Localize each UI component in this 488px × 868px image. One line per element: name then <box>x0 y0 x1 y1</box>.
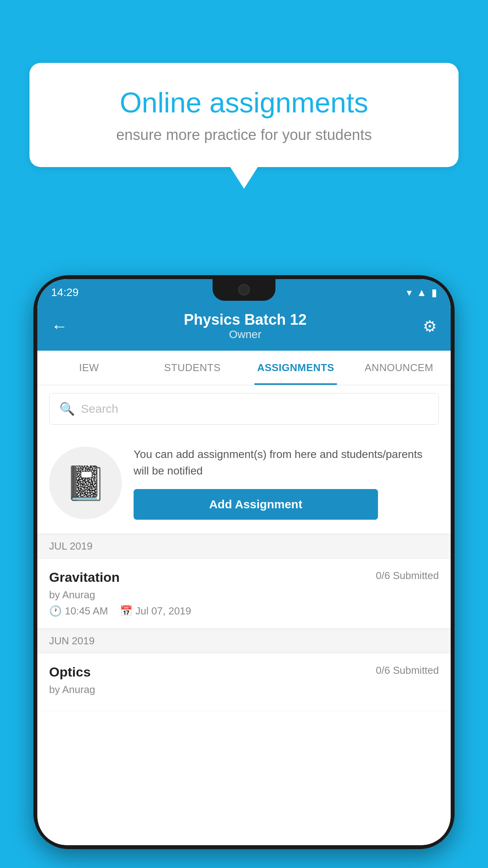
notebook-icon: 📓 <box>65 463 106 503</box>
section-header-jul: JUL 2019 <box>37 534 451 559</box>
assignment-row1: Gravitation 0/6 Submitted <box>49 570 439 585</box>
speech-bubble: Online assignments ensure more practice … <box>29 63 459 167</box>
add-assignment-button[interactable]: Add Assignment <box>134 489 378 520</box>
header-title: Physics Batch 12 <box>184 311 307 328</box>
section-header-jun-text: JUN 2019 <box>49 635 95 647</box>
status-time: 14:29 <box>51 286 79 299</box>
wifi-icon: ▾ <box>407 287 412 299</box>
phone-outer: 14:29 ▾ ▲ ▮ ← Physics Batch 12 Owner ⚙ <box>33 275 455 849</box>
signal-icon: ▲ <box>416 287 427 299</box>
tab-announcements[interactable]: ANNOUNCEM <box>347 351 451 385</box>
speech-bubble-tail <box>230 167 258 189</box>
back-button[interactable]: ← <box>51 317 68 336</box>
phone-camera <box>238 284 250 296</box>
calendar-icon: 📅 <box>120 605 132 617</box>
assignment-row1-optics: Optics 0/6 Submitted <box>49 664 439 680</box>
promo-text: You can add assignment(s) from here and … <box>134 446 439 479</box>
app-header: ← Physics Batch 12 Owner ⚙ <box>37 303 451 351</box>
tab-iew[interactable]: IEW <box>37 351 141 385</box>
phone-notch <box>213 279 275 301</box>
assignment-status-optics: 0/6 Submitted <box>376 664 439 677</box>
header-subtitle: Owner <box>184 328 307 341</box>
add-assignment-promo: 📓 You can add assignment(s) from here an… <box>37 432 451 534</box>
tabs-bar: IEW STUDENTS ASSIGNMENTS ANNOUNCEM <box>37 351 451 385</box>
header-title-wrapper: Physics Batch 12 Owner <box>184 311 307 341</box>
search-input[interactable]: Search <box>81 402 118 416</box>
assignment-name-optics: Optics <box>49 664 91 680</box>
assignment-status-gravitation: 0/6 Submitted <box>376 570 439 582</box>
battery-icon: ▮ <box>431 287 437 299</box>
promo-right: You can add assignment(s) from here and … <box>134 446 439 520</box>
assignment-name-gravitation: Gravitation <box>49 570 119 585</box>
assignment-by-optics: by Anurag <box>49 684 439 696</box>
assignment-item-optics[interactable]: Optics 0/6 Submitted by Anurag <box>37 653 451 711</box>
speech-bubble-subtitle: ensure more practice for your students <box>57 127 431 143</box>
phone-screen: 14:29 ▾ ▲ ▮ ← Physics Batch 12 Owner ⚙ <box>37 279 451 845</box>
search-icon: 🔍 <box>59 401 75 416</box>
phone-wrapper: 14:29 ▾ ▲ ▮ ← Physics Batch 12 Owner ⚙ <box>33 275 455 868</box>
speech-bubble-title: Online assignments <box>57 86 431 119</box>
content-area: 🔍 Search 📓 You can add assignment(s) fro… <box>37 385 451 845</box>
promo-icon-circle: 📓 <box>49 447 122 519</box>
assignment-meta-gravitation: 🕐 10:45 AM 📅 Jul 07, 2019 <box>49 605 439 617</box>
meta-date-gravitation: 📅 Jul 07, 2019 <box>120 605 191 617</box>
meta-time-gravitation: 🕐 10:45 AM <box>49 605 108 617</box>
speech-bubble-wrapper: Online assignments ensure more practice … <box>29 63 459 189</box>
section-header-jun: JUN 2019 <box>37 629 451 653</box>
section-header-jul-text: JUL 2019 <box>49 540 92 552</box>
assignment-item-gravitation[interactable]: Gravitation 0/6 Submitted by Anurag 🕐 10… <box>37 559 451 629</box>
assignment-date-gravitation: Jul 07, 2019 <box>136 605 191 617</box>
clock-icon: 🕐 <box>49 605 62 617</box>
assignment-by-gravitation: by Anurag <box>49 589 439 601</box>
tab-students[interactable]: STUDENTS <box>141 351 244 385</box>
assignment-time-gravitation: 10:45 AM <box>65 605 108 617</box>
status-icons: ▾ ▲ ▮ <box>407 287 437 299</box>
settings-button[interactable]: ⚙ <box>423 317 437 335</box>
search-input-wrapper[interactable]: 🔍 Search <box>49 393 439 425</box>
search-bar: 🔍 Search <box>37 385 451 432</box>
tab-assignments[interactable]: ASSIGNMENTS <box>244 351 347 385</box>
